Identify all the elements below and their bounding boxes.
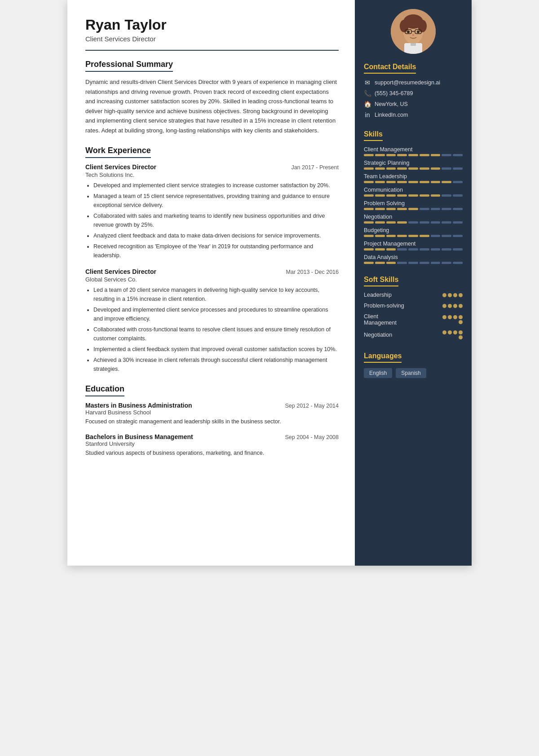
dot	[453, 304, 457, 308]
skill-name: Budgeting	[364, 227, 463, 233]
skill-segment	[364, 181, 374, 183]
skill-segment	[420, 194, 429, 197]
dot	[442, 315, 446, 319]
skills-title: Skills	[364, 130, 383, 141]
edu-school: Harvard Business School	[85, 409, 339, 416]
work-position: Client Services Director	[85, 163, 156, 171]
svg-point-3	[400, 20, 409, 32]
skill-segment	[442, 221, 451, 224]
candidate-name: Ryan Taylor	[85, 16, 339, 33]
skill-segment	[453, 248, 463, 251]
skill-name: Team Leadership	[364, 173, 463, 180]
dot	[448, 293, 452, 297]
skill-segment	[408, 181, 418, 183]
dot	[453, 315, 457, 319]
skill-segment	[420, 248, 429, 251]
skill-segment	[408, 208, 418, 210]
work-bullet: Implemented a client feedback system tha…	[93, 345, 339, 354]
skill-segment	[453, 262, 463, 264]
avatar	[391, 9, 436, 54]
skill-item: Project Management	[364, 241, 463, 251]
skill-segment	[386, 154, 396, 156]
skill-segment	[397, 262, 407, 264]
skill-segment	[408, 154, 418, 156]
skill-name: Communication	[364, 187, 463, 193]
email-icon: ✉	[364, 79, 371, 86]
skill-segment	[431, 167, 441, 170]
dot	[448, 330, 452, 334]
svg-point-9	[417, 31, 420, 33]
languages-section: Languages EnglishSpanish	[364, 352, 463, 378]
skill-segment	[442, 208, 451, 210]
skill-item: Client Management	[364, 146, 463, 156]
skill-bar	[364, 248, 463, 251]
work-entry: Client Services DirectorMar 2013 - Dec 2…	[85, 268, 339, 374]
skill-segment	[386, 181, 396, 183]
skill-segment	[408, 235, 418, 237]
skill-segment	[375, 235, 385, 237]
skill-segment	[431, 194, 441, 197]
skill-segment	[431, 262, 441, 264]
phone-value: (555) 345-6789	[375, 90, 413, 97]
soft-skill-dots	[442, 293, 463, 297]
resume-container: Ryan Taylor Client Services Director Pro…	[67, 0, 472, 566]
header-section: Ryan Taylor Client Services Director	[85, 16, 339, 43]
skill-segment	[386, 167, 396, 170]
dot	[459, 320, 463, 324]
skill-item: Communication	[364, 187, 463, 197]
skill-segment	[386, 262, 396, 264]
dot	[453, 293, 457, 297]
linkedin-icon: in	[364, 111, 371, 119]
skill-segment	[375, 194, 385, 197]
skill-segment	[420, 235, 429, 237]
work-bullet: Collaborated with cross-functional teams…	[93, 325, 339, 343]
skill-bar	[364, 235, 463, 237]
work-bullet: Received recognition as 'Employee of the…	[93, 242, 339, 260]
skill-segment	[375, 262, 385, 264]
skill-segment	[375, 248, 385, 251]
skill-item: Team Leadership	[364, 173, 463, 183]
skill-bar	[364, 208, 463, 210]
skill-segment	[442, 248, 451, 251]
skill-segment	[431, 248, 441, 251]
skill-segment	[397, 248, 407, 251]
skill-segment	[408, 194, 418, 197]
linkedin-value: LinkedIn.com	[375, 112, 408, 118]
skill-segment	[397, 154, 407, 156]
skill-segment	[364, 262, 374, 264]
skill-segment	[364, 235, 374, 237]
skill-item: Problem Solving	[364, 200, 463, 210]
work-bullet-list: Developed and implemented client service…	[85, 181, 339, 260]
dot	[442, 330, 446, 334]
phone-icon: 📞	[364, 90, 371, 97]
skill-bar	[364, 194, 463, 197]
skill-segment	[364, 194, 374, 197]
skill-segment	[442, 181, 451, 183]
edu-school: Stanford University	[85, 440, 339, 447]
education-section: Education Masters in Business Administra…	[85, 384, 339, 457]
soft-skills-section: Soft Skills LeadershipProblem-solvingCli…	[364, 276, 463, 344]
skill-segment	[453, 221, 463, 224]
work-title: Work Experience	[85, 146, 151, 158]
skill-segment	[420, 262, 429, 264]
soft-skill-name: Problem-solving	[364, 303, 404, 309]
skill-segment	[364, 154, 374, 156]
languages-title: Languages	[364, 352, 402, 363]
skill-segment	[420, 167, 429, 170]
skill-segment	[442, 262, 451, 264]
skill-name: Data Analysis	[364, 254, 463, 260]
skill-segment	[397, 208, 407, 210]
edu-dates: Sep 2012 - May 2014	[285, 403, 339, 409]
work-section: Work Experience Client Services Director…	[85, 146, 339, 374]
work-bullet: Analyzed client feedback and data to mak…	[93, 231, 339, 240]
skills-section: Skills Client ManagementStrategic Planni…	[364, 130, 463, 268]
dot	[453, 330, 457, 334]
skill-item: Data Analysis	[364, 254, 463, 264]
soft-skill-item: Leadership	[364, 292, 463, 298]
skill-segment	[375, 221, 385, 224]
soft-skill-item: Negotiation	[364, 330, 463, 339]
skill-segment	[453, 235, 463, 237]
skill-segment	[408, 248, 418, 251]
svg-point-8	[407, 31, 410, 33]
dot	[442, 304, 446, 308]
